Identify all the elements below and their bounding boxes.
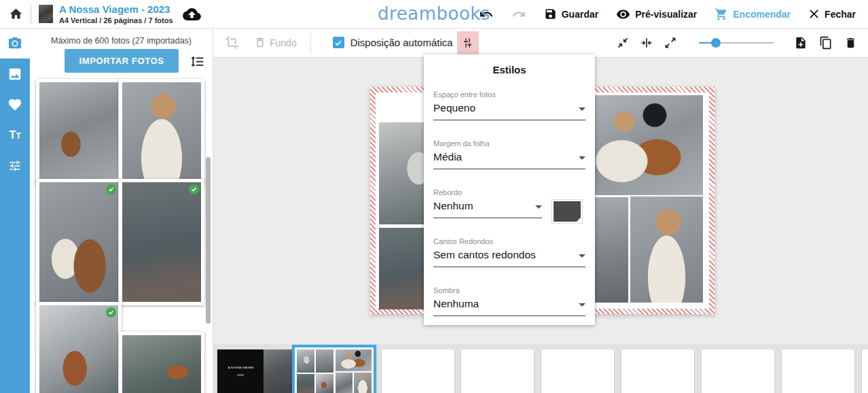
- cart-icon: [715, 7, 728, 21]
- filmstrip-spread-thumb[interactable]: [541, 349, 614, 393]
- crop-icon[interactable]: [225, 35, 239, 50]
- text-icon: TT: [9, 129, 21, 141]
- cover-photo: [264, 349, 292, 393]
- tune-icon: [8, 159, 22, 173]
- sidebar-tab-text[interactable]: TT: [0, 120, 30, 150]
- photo-thumb: [39, 82, 118, 182]
- save-icon: [544, 7, 557, 20]
- filmstrip-cover-thumb[interactable]: A NOSSA VIAGEM 2023: [217, 349, 292, 393]
- chevron-down-icon: [579, 156, 585, 160]
- photo-thumb-card[interactable]: [36, 302, 122, 393]
- home-icon[interactable]: [9, 7, 23, 21]
- sidebar-tab-styles[interactable]: [0, 150, 30, 181]
- copy-page-icon[interactable]: [819, 35, 833, 50]
- styles-title: Estilos: [424, 64, 595, 75]
- save-button[interactable]: Guardar: [544, 7, 598, 20]
- filmstrip-spread-thumb[interactable]: [382, 349, 454, 393]
- swatch-color: [554, 201, 581, 222]
- preview-label: Pré-visualizar: [635, 9, 697, 20]
- filmstrip-spread-thumb[interactable]: [862, 349, 868, 393]
- styles-popover: Estilos Espaço entre fotos Pequeno Marge…: [424, 54, 595, 325]
- field-value: Nenhuma: [433, 298, 479, 310]
- filmstrip-spread-thumb[interactable]: [702, 349, 774, 393]
- cloud-sync-icon: [183, 7, 201, 21]
- add-page-icon[interactable]: [794, 35, 808, 50]
- fit-width-icon[interactable]: [640, 36, 653, 50]
- swatch-notch: [577, 218, 581, 222]
- filmstrip-spread-thumb-selected[interactable]: [292, 345, 376, 393]
- rounded-corners-select[interactable]: Sem cantos redondos: [433, 249, 585, 267]
- sliders-icon: [462, 36, 474, 50]
- spread-photo-hat-woman[interactable]: [630, 196, 703, 303]
- photo-spacing-select[interactable]: Pequeno: [433, 102, 585, 120]
- background-button[interactable]: Fundo: [254, 36, 297, 49]
- photo-thumb: [122, 82, 201, 182]
- filmstrip-spread-thumb[interactable]: [621, 349, 694, 393]
- field-page-margin: Margem da folha Média: [433, 139, 585, 169]
- close-icon: [808, 8, 820, 20]
- page-margin-select[interactable]: Média: [433, 151, 585, 169]
- field-rounded-corners: Cantos Redondos Sem cantos redondos: [433, 237, 585, 267]
- border-select[interactable]: Nenhum: [433, 200, 542, 218]
- field-border: Rebordo Nenhum: [433, 188, 585, 218]
- delete-page-icon[interactable]: [844, 35, 857, 50]
- styles-toggle-button[interactable]: [457, 31, 479, 54]
- cover-front: A NOSSA VIAGEM 2023: [217, 349, 264, 393]
- zoom-slider-knob[interactable]: [711, 38, 721, 48]
- photo-library-panel: Máximo de 600 fotos (27 importadas) IMPO…: [30, 28, 213, 393]
- fit-shrink-icon[interactable]: [616, 36, 630, 50]
- sort-photos-icon[interactable]: [190, 54, 204, 69]
- filmstrip-spread-thumb[interactable]: [782, 349, 854, 393]
- field-label: Cantos Redondos: [433, 237, 585, 245]
- photo-thumb-card[interactable]: [119, 79, 204, 186]
- image-icon: [7, 67, 22, 82]
- project-subtitle: A4 Vertical / 26 páginas / 7 fotos: [59, 16, 173, 24]
- sidebar-tab-photos[interactable]: [0, 28, 30, 58]
- sidebar-tab-layouts[interactable]: [0, 58, 30, 89]
- book-cover-thumbnail: [39, 5, 53, 23]
- border-color-swatch[interactable]: [551, 199, 583, 224]
- close-label: Fechar: [825, 9, 856, 20]
- photo-thumb-card[interactable]: [36, 79, 122, 186]
- left-sidebar: TT: [0, 28, 30, 393]
- preview-button[interactable]: Pré-visualizar: [616, 9, 697, 20]
- fit-expand-icon[interactable]: [664, 36, 677, 50]
- order-label: Encomendar: [733, 9, 791, 20]
- editor-main: Fundo Disposição automática: [213, 28, 868, 393]
- app-header: A Nossa Viagem - 2023 A4 Vertical / 26 p…: [0, 0, 868, 29]
- redo-icon[interactable]: [511, 8, 526, 20]
- zoom-slider[interactable]: [699, 38, 774, 48]
- field-value: Média: [433, 151, 462, 163]
- close-button[interactable]: Fechar: [808, 8, 856, 20]
- photo-thumb-card[interactable]: [119, 332, 204, 393]
- shadow-select[interactable]: Nenhuma: [433, 298, 585, 316]
- chevron-down-icon: [579, 107, 585, 111]
- photo-thumb-card[interactable]: [119, 179, 204, 305]
- photo-thumb: [122, 182, 201, 302]
- photo-panel-scrollbar[interactable]: [206, 157, 211, 324]
- cover-year: 2023: [237, 373, 244, 377]
- edit-toolbar: Fundo Disposição automática: [213, 28, 868, 58]
- order-button[interactable]: Encomendar: [715, 7, 791, 21]
- heart-icon: [7, 98, 22, 112]
- page-filmstrip: A NOSSA VIAGEM 2023: [213, 344, 868, 393]
- photo-limit-text: Máximo de 600 fotos (27 importadas): [30, 36, 213, 46]
- photo-thumb: [39, 182, 118, 302]
- spread-photo-couple[interactable]: [576, 95, 703, 195]
- photo-used-check-icon: [106, 184, 116, 194]
- field-label: Espaço entre fotos: [433, 90, 585, 99]
- photo-thumb: [39, 305, 118, 393]
- camera-icon: [7, 37, 22, 50]
- import-photos-button[interactable]: IMPORTAR FOTOS: [65, 49, 179, 73]
- auto-layout-label: Disposição automática: [350, 37, 453, 48]
- trash-outline-icon: [254, 36, 266, 49]
- photo-used-check-icon: [106, 307, 116, 318]
- photo-thumb-card[interactable]: [36, 179, 122, 305]
- eye-icon: [616, 9, 630, 20]
- auto-layout-checkbox[interactable]: [333, 37, 344, 48]
- sidebar-tab-favorites[interactable]: [0, 89, 30, 120]
- field-label: Rebordo: [433, 188, 585, 196]
- filmstrip-spread-thumb[interactable]: [461, 349, 534, 393]
- toolbar-divider: [310, 33, 311, 53]
- field-label: Margem da folha: [433, 139, 585, 148]
